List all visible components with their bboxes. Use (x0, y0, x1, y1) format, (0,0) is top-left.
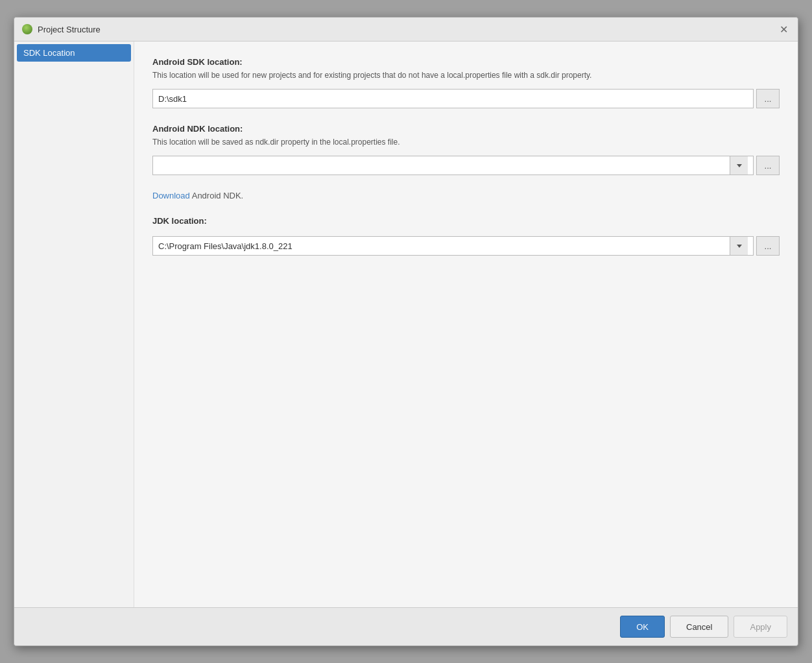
project-structure-dialog: Project Structure ✕ SDK Location Android… (14, 17, 798, 646)
dialog-body: SDK Location Android SDK location: This … (14, 42, 798, 607)
android-sdk-title: Android SDK location: (152, 57, 780, 67)
android-ndk-combo (152, 156, 754, 175)
jdk-dropdown-button[interactable] (730, 237, 748, 255)
jdk-input-row: C:\Program Files\Java\jdk1.8.0_221 ... (152, 236, 780, 256)
cancel-button[interactable]: Cancel (670, 616, 728, 638)
android-ndk-description: This location will be saved as ndk.dir p… (152, 136, 780, 148)
content-area: Android SDK location: This location will… (134, 42, 798, 607)
jdk-title: JDK location: (152, 216, 780, 226)
title-bar-left: Project Structure (22, 24, 101, 34)
apply-button[interactable]: Apply (734, 616, 787, 638)
android-ndk-browse-label: ... (765, 161, 772, 171)
android-sdk-input[interactable] (152, 89, 754, 108)
ok-button[interactable]: OK (620, 616, 665, 638)
android-ndk-title: Android NDK location: (152, 124, 780, 134)
jdk-browse-label: ... (765, 241, 772, 251)
jdk-browse-button[interactable]: ... (756, 236, 780, 256)
gradle-icon (22, 24, 32, 34)
jdk-combo: C:\Program Files\Java\jdk1.8.0_221 (152, 236, 754, 256)
jdk-value: C:\Program Files\Java\jdk1.8.0_221 (158, 241, 730, 251)
sidebar-item-label: SDK Location (23, 48, 75, 58)
close-button[interactable]: ✕ (777, 23, 790, 36)
download-ndk-suffix: Android NDK. (190, 191, 243, 200)
android-sdk-description: This location will be used for new proje… (152, 69, 780, 81)
title-bar: Project Structure ✕ (14, 18, 798, 42)
android-sdk-browse-button[interactable]: ... (756, 89, 780, 108)
android-ndk-browse-button[interactable]: ... (756, 156, 780, 175)
jdk-section: JDK location: C:\Program Files\Java\jdk1… (152, 216, 780, 256)
dialog-footer: OK Cancel Apply (14, 607, 798, 645)
android-sdk-input-row: ... (152, 89, 780, 108)
android-ndk-dropdown-button[interactable] (730, 156, 748, 175)
chevron-down-icon (737, 164, 742, 167)
sidebar: SDK Location (14, 42, 134, 607)
download-ndk-link[interactable]: Download (152, 191, 190, 200)
ndk-download-row: Download Android NDK. (152, 191, 780, 200)
android-ndk-section: Android NDK location: This location will… (152, 124, 780, 200)
android-ndk-input-row: ... (152, 156, 780, 175)
chevron-down-icon (737, 245, 742, 248)
android-sdk-browse-label: ... (765, 94, 772, 104)
android-sdk-section: Android SDK location: This location will… (152, 57, 780, 108)
dialog-title: Project Structure (38, 25, 101, 34)
sidebar-item-sdk-location[interactable]: SDK Location (17, 44, 131, 62)
